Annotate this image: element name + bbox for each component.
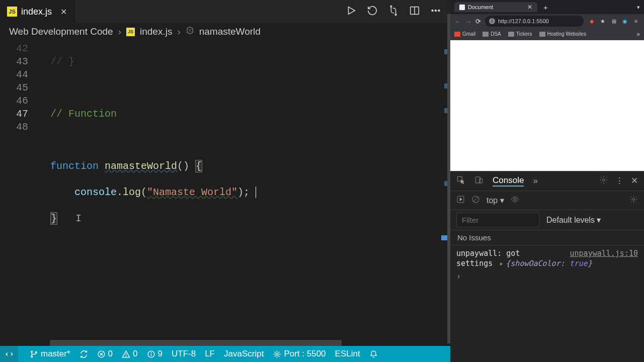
split-handle[interactable] <box>447 14 450 343</box>
kebab-menu-icon[interactable]: ⋮ <box>615 175 624 187</box>
run-icon[interactable] <box>346 5 357 18</box>
site-info-icon[interactable]: i <box>489 18 495 24</box>
bookmark-hosting[interactable]: Hosting Websites <box>539 31 587 37</box>
vscode-editor: JS index.js ✕ Web Development Code › JS … <box>0 0 450 362</box>
breadcrumb-file[interactable]: index.js <box>140 26 172 37</box>
svg-point-8 <box>31 356 33 357</box>
console-play-icon[interactable] <box>456 195 465 206</box>
tab-actions <box>346 0 450 23</box>
page-favicon <box>459 5 465 10</box>
device-toggle-icon[interactable] <box>474 175 484 187</box>
git-branch[interactable]: master* <box>30 349 70 359</box>
symbol-function-icon <box>186 26 194 37</box>
tok-brace: { <box>195 160 202 172</box>
breadcrumb[interactable]: Web Development Code › JS index.js › nam… <box>0 23 450 40</box>
bookmarks-bar: Gmail DSA Tickers Hosting Websites » <box>450 28 644 40</box>
browser-toolbar: ← → ⟳ i http://127.0.0.1:5500 ◆ ★ ⊞ ◉ ≡ <box>450 14 644 28</box>
console-prompt[interactable]: › <box>456 268 638 282</box>
console-output[interactable]: unpaywall: got unpaywall.js:10 settings … <box>450 245 644 362</box>
tok-keyword: function <box>50 160 99 172</box>
log-source-link[interactable]: unpaywall.js:10 <box>570 248 638 258</box>
status-eol[interactable]: LF <box>205 349 215 359</box>
console-settings-icon[interactable] <box>629 195 638 206</box>
close-tab-icon[interactable]: ✕ <box>59 7 68 17</box>
extensions-puzzle-icon[interactable]: ⊞ <box>610 17 618 25</box>
svg-point-4 <box>432 10 433 12</box>
line-gutter: 42 43 44 45 46 47 48 <box>0 40 40 346</box>
status-encoding[interactable]: UTF-8 <box>172 349 196 359</box>
extension-icons: ◆ ★ ⊞ ◉ ≡ <box>588 17 640 25</box>
clear-console-icon[interactable] <box>471 195 480 206</box>
tab-dropdown-icon[interactable]: ▾ <box>637 4 640 11</box>
close-tab-icon[interactable]: ✕ <box>527 4 532 11</box>
split-editor-icon[interactable] <box>409 5 420 18</box>
svg-point-16 <box>276 353 278 355</box>
compare-icon[interactable] <box>388 5 399 18</box>
status-warnings[interactable]: 0 <box>122 349 137 359</box>
devtools-tabs: Console » ⋮ ✕ <box>450 171 644 191</box>
tok-object: console <box>74 187 117 198</box>
breadcrumb-project[interactable]: Web Development Code <box>9 26 113 37</box>
devtools-panel: Console » ⋮ ✕ top ▾ Default levels ▾ No … <box>450 171 644 362</box>
console-filter-input[interactable] <box>456 213 539 227</box>
sync-icon[interactable] <box>79 350 88 358</box>
bookmark-gmail[interactable]: Gmail <box>454 31 475 37</box>
expand-object-icon[interactable]: ▸ <box>497 259 506 268</box>
browser-window: Document ✕ + ▾ ← → ⟳ i http://127.0.0.1:… <box>450 0 644 362</box>
settings-icon[interactable] <box>599 175 608 187</box>
more-actions-icon[interactable] <box>430 5 441 18</box>
status-errors[interactable]: 0 <box>97 349 113 359</box>
code-area[interactable]: 42 43 44 45 46 47 48 // } // Function fu… <box>0 40 450 346</box>
log-levels-dropdown[interactable]: Default levels ▾ <box>546 215 601 225</box>
back-button[interactable]: ← <box>454 18 461 25</box>
log-message: unpaywall: got <box>456 249 520 258</box>
extension-icon[interactable]: ★ <box>599 17 607 25</box>
browser-tab[interactable]: Document ✕ <box>454 2 537 12</box>
svg-point-15 <box>151 352 151 352</box>
code-text[interactable]: // } // Function function namasteWorld()… <box>40 40 450 346</box>
eye-icon[interactable] <box>511 195 519 206</box>
tab-filename: index.js <box>21 7 52 17</box>
text-cursor <box>250 187 256 198</box>
status-linter[interactable]: ESLint <box>335 349 360 359</box>
tok-brace: } <box>50 212 57 225</box>
horizontal-scrollbar[interactable] <box>50 340 342 346</box>
menu-icon[interactable]: ≡ <box>632 17 640 25</box>
tok-string: "Namaste World" <box>147 187 237 198</box>
bookmark-dsa[interactable]: DSA <box>482 31 501 37</box>
new-tab-button[interactable]: + <box>540 3 551 12</box>
chevron-right-icon: › <box>177 26 180 37</box>
editor-tab[interactable]: JS index.js ✕ <box>0 0 75 23</box>
more-tabs-icon[interactable]: » <box>533 176 537 186</box>
brave-shield-icon[interactable]: ◆ <box>588 17 596 25</box>
js-file-icon: JS <box>7 7 17 17</box>
tab-console[interactable]: Console <box>493 175 524 187</box>
console-filter-row: Default levels ▾ <box>450 210 644 230</box>
close-devtools-icon[interactable]: ✕ <box>631 175 638 187</box>
status-bar: master* 0 0 9 UTF-8 LF JavaScript Port :… <box>0 346 450 362</box>
reload-button[interactable]: ⟳ <box>475 18 481 25</box>
folder-icon <box>482 32 489 37</box>
extension-icon[interactable]: ◉ <box>621 17 629 25</box>
text-cursor-secondary: I <box>75 213 82 224</box>
address-bar[interactable]: i http://127.0.0.1:5500 <box>485 16 584 27</box>
remote-indicator[interactable] <box>0 346 18 362</box>
breadcrumb-symbol[interactable]: namasteWorld <box>199 26 261 37</box>
bookmark-tickers[interactable]: Tickers <box>508 31 532 37</box>
status-port[interactable]: Port : 5500 <box>273 349 326 359</box>
code-comment: // Function <box>50 108 117 120</box>
context-selector[interactable]: top ▾ <box>487 196 504 205</box>
status-info[interactable]: 9 <box>147 349 163 359</box>
issues-row[interactable]: No Issues <box>450 230 644 245</box>
notifications-icon[interactable] <box>369 350 378 358</box>
page-viewport[interactable] <box>450 40 644 171</box>
element-picker-icon[interactable] <box>456 175 465 187</box>
forward-button[interactable]: → <box>465 18 471 25</box>
svg-point-6 <box>438 10 440 12</box>
svg-rect-19 <box>479 178 482 183</box>
chevron-right-icon: › <box>118 26 121 37</box>
bookmarks-overflow-icon[interactable]: » <box>636 31 640 38</box>
status-language[interactable]: JavaScript <box>224 349 264 359</box>
undo-icon[interactable] <box>367 5 378 18</box>
svg-point-25 <box>632 198 634 200</box>
